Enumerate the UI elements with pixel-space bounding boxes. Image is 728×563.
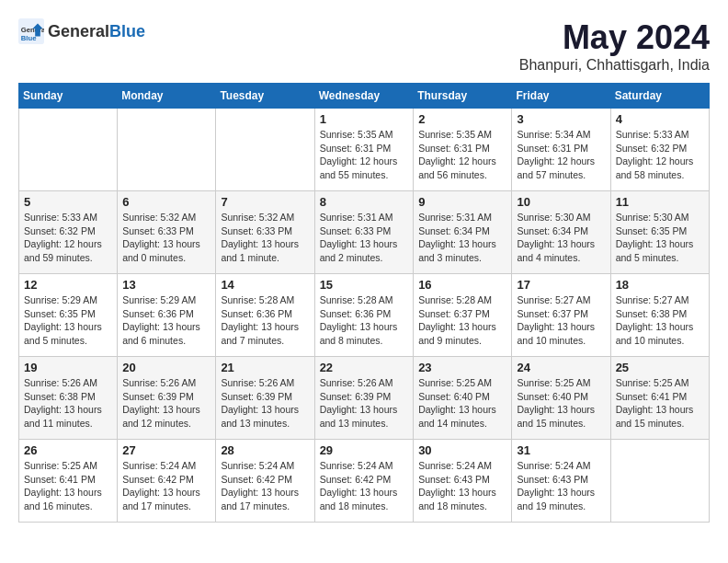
calendar-day-21: 21Sunrise: 5:26 AMSunset: 6:39 PMDayligh…	[216, 357, 314, 440]
calendar-day-27: 27Sunrise: 5:24 AMSunset: 6:42 PMDayligh…	[118, 440, 216, 523]
weekday-header-friday: Friday	[512, 84, 610, 109]
calendar-day-9: 9Sunrise: 5:31 AMSunset: 6:34 PMDaylight…	[414, 191, 512, 274]
day-number: 4	[616, 112, 704, 126]
day-number: 25	[616, 361, 704, 374]
location-subtitle: Bhanpuri, Chhattisgarh, India	[519, 57, 710, 74]
calendar-day-7: 7Sunrise: 5:32 AMSunset: 6:33 PMDaylight…	[216, 191, 314, 274]
calendar-day-30: 30Sunrise: 5:24 AMSunset: 6:43 PMDayligh…	[414, 440, 512, 523]
calendar-day-10: 10Sunrise: 5:30 AMSunset: 6:34 PMDayligh…	[512, 191, 610, 274]
calendar-empty-cell	[118, 109, 216, 191]
calendar-day-14: 14Sunrise: 5:28 AMSunset: 6:36 PMDayligh…	[216, 274, 314, 357]
day-number: 10	[517, 195, 605, 209]
calendar-empty-cell	[216, 109, 314, 191]
weekday-header-saturday: Saturday	[610, 84, 709, 109]
day-detail: Sunrise: 5:28 AMSunset: 6:36 PMDaylight:…	[320, 293, 409, 348]
day-number: 1	[320, 112, 409, 126]
calendar-week-row: 26Sunrise: 5:25 AMSunset: 6:41 PMDayligh…	[19, 440, 710, 523]
day-number: 9	[418, 195, 506, 209]
day-number: 31	[517, 443, 605, 457]
weekday-header-monday: Monday	[118, 84, 216, 109]
day-number: 28	[221, 443, 309, 457]
day-detail: Sunrise: 5:29 AMSunset: 6:36 PMDaylight:…	[122, 293, 210, 348]
day-number: 2	[418, 112, 506, 126]
day-detail: Sunrise: 5:32 AMSunset: 6:33 PMDaylight:…	[122, 211, 210, 265]
calendar-empty-cell	[610, 440, 709, 523]
calendar-day-4: 4Sunrise: 5:33 AMSunset: 6:32 PMDaylight…	[610, 109, 709, 191]
day-number: 15	[320, 278, 409, 292]
calendar-day-6: 6Sunrise: 5:32 AMSunset: 6:33 PMDaylight…	[118, 191, 216, 274]
title-area: May 2024 Bhanpuri, Chhattisgarh, India	[519, 18, 710, 74]
calendar-week-row: 19Sunrise: 5:26 AMSunset: 6:38 PMDayligh…	[19, 357, 710, 440]
day-detail: Sunrise: 5:25 AMSunset: 6:40 PMDaylight:…	[517, 376, 605, 431]
day-detail: Sunrise: 5:28 AMSunset: 6:37 PMDaylight:…	[418, 293, 506, 348]
header: General Blue GeneralBlue May 2024 Bhanpu…	[18, 18, 710, 74]
day-detail: Sunrise: 5:27 AMSunset: 6:37 PMDaylight:…	[517, 293, 605, 348]
day-number: 14	[221, 278, 309, 292]
day-detail: Sunrise: 5:24 AMSunset: 6:43 PMDaylight:…	[517, 459, 605, 513]
day-detail: Sunrise: 5:30 AMSunset: 6:34 PMDaylight:…	[517, 211, 605, 265]
calendar-week-row: 1Sunrise: 5:35 AMSunset: 6:31 PMDaylight…	[19, 109, 710, 191]
calendar-week-row: 5Sunrise: 5:33 AMSunset: 6:32 PMDaylight…	[19, 191, 710, 274]
day-detail: Sunrise: 5:24 AMSunset: 6:43 PMDaylight:…	[418, 459, 506, 513]
calendar-day-31: 31Sunrise: 5:24 AMSunset: 6:43 PMDayligh…	[512, 440, 610, 523]
day-detail: Sunrise: 5:34 AMSunset: 6:31 PMDaylight:…	[517, 128, 605, 182]
calendar-day-26: 26Sunrise: 5:25 AMSunset: 6:41 PMDayligh…	[19, 440, 118, 523]
calendar-day-23: 23Sunrise: 5:25 AMSunset: 6:40 PMDayligh…	[414, 357, 512, 440]
day-detail: Sunrise: 5:31 AMSunset: 6:34 PMDaylight:…	[418, 211, 506, 265]
calendar-day-28: 28Sunrise: 5:24 AMSunset: 6:42 PMDayligh…	[216, 440, 314, 523]
day-detail: Sunrise: 5:25 AMSunset: 6:41 PMDaylight:…	[616, 376, 704, 431]
day-number: 24	[517, 361, 605, 374]
day-detail: Sunrise: 5:27 AMSunset: 6:38 PMDaylight:…	[616, 293, 704, 348]
day-detail: Sunrise: 5:33 AMSunset: 6:32 PMDaylight:…	[24, 211, 112, 265]
day-detail: Sunrise: 5:28 AMSunset: 6:36 PMDaylight:…	[221, 293, 309, 348]
calendar-day-22: 22Sunrise: 5:26 AMSunset: 6:39 PMDayligh…	[314, 357, 414, 440]
calendar-week-row: 12Sunrise: 5:29 AMSunset: 6:35 PMDayligh…	[19, 274, 710, 357]
day-detail: Sunrise: 5:24 AMSunset: 6:42 PMDaylight:…	[122, 459, 210, 513]
day-number: 21	[221, 361, 309, 374]
day-number: 6	[122, 195, 210, 209]
day-number: 20	[122, 361, 210, 374]
day-number: 29	[320, 443, 409, 457]
day-number: 3	[517, 112, 605, 126]
day-detail: Sunrise: 5:32 AMSunset: 6:33 PMDaylight:…	[221, 211, 309, 265]
day-number: 23	[418, 361, 506, 374]
calendar-day-8: 8Sunrise: 5:31 AMSunset: 6:33 PMDaylight…	[314, 191, 414, 274]
day-number: 11	[616, 195, 704, 209]
day-detail: Sunrise: 5:25 AMSunset: 6:40 PMDaylight:…	[418, 376, 506, 431]
day-number: 22	[320, 361, 409, 374]
calendar-day-2: 2Sunrise: 5:35 AMSunset: 6:31 PMDaylight…	[414, 109, 512, 191]
day-detail: Sunrise: 5:26 AMSunset: 6:39 PMDaylight:…	[320, 376, 409, 431]
calendar-day-13: 13Sunrise: 5:29 AMSunset: 6:36 PMDayligh…	[118, 274, 216, 357]
day-detail: Sunrise: 5:26 AMSunset: 6:38 PMDaylight:…	[24, 376, 112, 431]
month-year-title: May 2024	[519, 18, 710, 57]
day-number: 30	[418, 443, 506, 457]
day-number: 18	[616, 278, 704, 292]
calendar-day-24: 24Sunrise: 5:25 AMSunset: 6:40 PMDayligh…	[512, 357, 610, 440]
day-number: 13	[122, 278, 210, 292]
calendar-day-1: 1Sunrise: 5:35 AMSunset: 6:31 PMDaylight…	[314, 109, 414, 191]
calendar-day-29: 29Sunrise: 5:24 AMSunset: 6:42 PMDayligh…	[314, 440, 414, 523]
day-number: 7	[221, 195, 309, 209]
calendar-day-20: 20Sunrise: 5:26 AMSunset: 6:39 PMDayligh…	[118, 357, 216, 440]
day-detail: Sunrise: 5:26 AMSunset: 6:39 PMDaylight:…	[221, 376, 309, 431]
day-number: 26	[24, 443, 112, 457]
calendar-empty-cell	[19, 109, 118, 191]
day-number: 19	[24, 361, 112, 374]
weekday-header-wednesday: Wednesday	[314, 84, 414, 109]
logo-text-blue: Blue	[109, 22, 145, 40]
calendar-day-11: 11Sunrise: 5:30 AMSunset: 6:35 PMDayligh…	[610, 191, 709, 274]
logo-icon: General Blue	[18, 18, 44, 44]
logo-text-general: General	[48, 22, 109, 40]
calendar-table: SundayMondayTuesdayWednesdayThursdayFrid…	[18, 83, 710, 523]
day-number: 16	[418, 278, 506, 292]
day-number: 27	[122, 443, 210, 457]
calendar-day-19: 19Sunrise: 5:26 AMSunset: 6:38 PMDayligh…	[19, 357, 118, 440]
day-detail: Sunrise: 5:29 AMSunset: 6:35 PMDaylight:…	[24, 293, 112, 348]
day-detail: Sunrise: 5:35 AMSunset: 6:31 PMDaylight:…	[418, 128, 506, 182]
weekday-header-row: SundayMondayTuesdayWednesdayThursdayFrid…	[19, 84, 710, 109]
day-detail: Sunrise: 5:24 AMSunset: 6:42 PMDaylight:…	[320, 459, 409, 513]
calendar-day-12: 12Sunrise: 5:29 AMSunset: 6:35 PMDayligh…	[19, 274, 118, 357]
calendar-day-17: 17Sunrise: 5:27 AMSunset: 6:37 PMDayligh…	[512, 274, 610, 357]
calendar-day-18: 18Sunrise: 5:27 AMSunset: 6:38 PMDayligh…	[610, 274, 709, 357]
day-detail: Sunrise: 5:33 AMSunset: 6:32 PMDaylight:…	[616, 128, 704, 182]
